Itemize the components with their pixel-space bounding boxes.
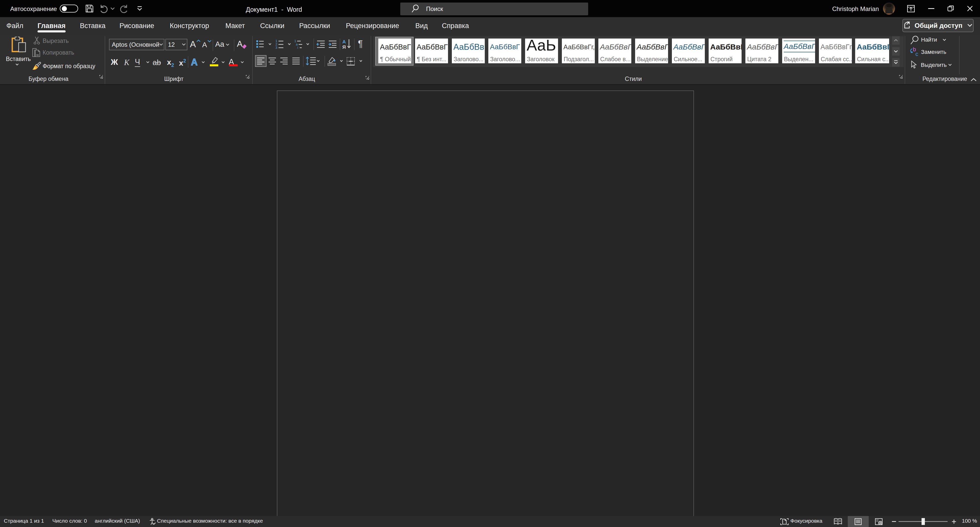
svg-text:Я: Я <box>342 44 346 49</box>
svg-text:c: c <box>915 51 918 57</box>
svg-text:А: А <box>342 39 346 44</box>
svg-text:3: 3 <box>275 46 277 49</box>
svg-text:i: i <box>298 46 298 49</box>
